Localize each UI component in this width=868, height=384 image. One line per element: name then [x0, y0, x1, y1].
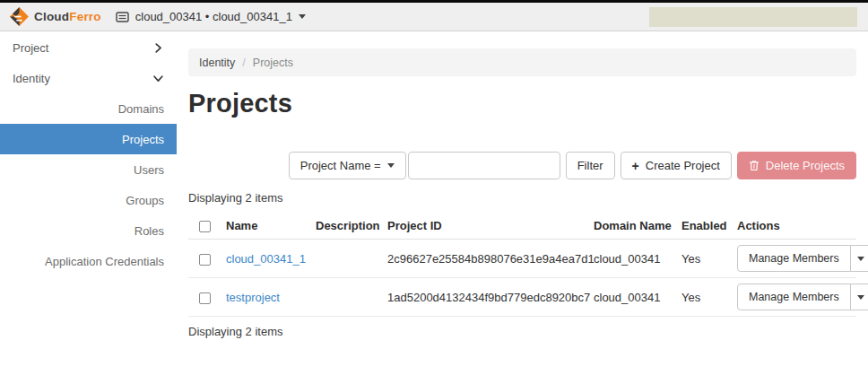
create-project-button[interactable]: + Create Project: [621, 152, 732, 179]
filter-field-label: Project Name =: [300, 159, 381, 172]
trash-icon: [749, 160, 760, 171]
cloudferro-logo-icon: [9, 6, 30, 27]
caret-down-icon: [857, 295, 864, 300]
column-header-project-id: Project ID: [387, 213, 594, 240]
cell-enabled: Yes: [681, 278, 737, 317]
column-header-domain-name: Domain Name: [594, 213, 681, 240]
delete-projects-button[interactable]: Delete Projects: [737, 152, 856, 179]
breadcrumb-item-identity: Identity: [199, 57, 235, 69]
item-count-top: Displaying 2 items: [188, 191, 856, 205]
sidebar-item-domains[interactable]: Domains: [0, 93, 177, 124]
main-content: Identity / Projects Projects Project Nam…: [177, 31, 868, 384]
projects-table: Name Description Project ID Domain Name …: [188, 213, 856, 317]
masked-user-menu-region: [649, 7, 857, 27]
row-checkbox[interactable]: [199, 292, 211, 304]
caret-down-icon: [299, 14, 306, 19]
sidebar-item-label: Domains: [118, 102, 164, 116]
column-header-enabled: Enabled: [681, 213, 737, 240]
sidebar-section-project[interactable]: Project: [0, 32, 177, 63]
filter-input[interactable]: [408, 152, 560, 179]
project-switcher-icon: [116, 12, 129, 22]
sidebar-item-label: Application Credentials: [45, 255, 164, 268]
column-header-actions: Actions: [737, 213, 856, 240]
page-title: Projects: [188, 89, 856, 118]
select-all-checkbox[interactable]: [199, 221, 211, 232]
column-header-name: Name: [226, 213, 316, 240]
sidebar-section-label: Project: [13, 41, 152, 55]
breadcrumb-separator: /: [242, 57, 245, 69]
cloudferro-logo[interactable]: CloudFerro: [9, 6, 101, 27]
caret-down-icon: [387, 163, 395, 168]
cell-domain-name: cloud_00341: [594, 278, 681, 317]
create-project-label: Create Project: [646, 159, 720, 172]
brand-text-ferro: Ferro: [69, 10, 101, 23]
project-link[interactable]: cloud_00341_1: [226, 252, 306, 266]
chevron-right-icon: [152, 41, 164, 54]
sidebar-section-label: Identity: [13, 72, 152, 85]
brand-text-cloud: Cloud: [34, 10, 69, 23]
chevron-down-icon: [152, 72, 164, 84]
project-switcher-label: cloud_00341 • cloud_00341_1: [135, 10, 292, 23]
table-toolbar: Project Name = Filter + Create Project D…: [188, 152, 856, 179]
sidebar-item-projects[interactable]: Projects: [0, 124, 177, 154]
column-header-description: Description: [316, 213, 387, 240]
cell-domain-name: cloud_00341: [594, 240, 681, 278]
sidebar-item-roles[interactable]: Roles: [0, 215, 177, 246]
cell-project-id: 2c96627e25584b898076e31e9a4ea7d1: [387, 240, 594, 278]
cell-description: [316, 278, 387, 317]
project-switcher[interactable]: cloud_00341 • cloud_00341_1: [116, 10, 306, 23]
row-actions-toggle[interactable]: [850, 245, 868, 272]
sidebar-item-label: Users: [134, 163, 164, 177]
sidebar-item-application-credentials[interactable]: Application Credentials: [0, 246, 177, 276]
cell-description: [316, 240, 387, 278]
breadcrumb-item-projects: Projects: [253, 57, 293, 69]
caret-down-icon: [857, 257, 864, 261]
table-row: testproject 1ad5200d4132434f9bd779edc892…: [188, 278, 856, 317]
project-link[interactable]: testproject: [226, 291, 280, 304]
sidebar-item-users[interactable]: Users: [0, 154, 177, 185]
sidebar-section-identity[interactable]: Identity: [0, 63, 177, 93]
item-count-bottom: Displaying 2 items: [188, 325, 856, 338]
table-header-row: Name Description Project ID Domain Name …: [188, 213, 856, 240]
cell-project-id: 1ad5200d4132434f9bd779edc8920bc7: [387, 278, 594, 317]
sidebar-item-label: Projects: [122, 133, 164, 146]
table-row: cloud_00341_1 2c96627e25584b898076e31e9a…: [188, 240, 856, 278]
top-navbar: CloudFerro cloud_00341 • cloud_00341_1: [0, 0, 868, 31]
filter-field-dropdown[interactable]: Project Name =: [289, 152, 406, 179]
filter-button[interactable]: Filter: [566, 152, 615, 179]
manage-members-button[interactable]: Manage Members: [737, 284, 851, 310]
delete-projects-label: Delete Projects: [766, 159, 845, 172]
sidebar: Project Identity Domains Projects Users …: [0, 31, 177, 384]
sidebar-item-label: Groups: [126, 194, 164, 207]
sidebar-item-label: Roles: [135, 224, 164, 238]
plus-icon: +: [632, 160, 639, 172]
row-checkbox[interactable]: [199, 254, 211, 266]
sidebar-item-groups[interactable]: Groups: [0, 185, 177, 215]
breadcrumb: Identity / Projects: [188, 48, 856, 76]
manage-members-button[interactable]: Manage Members: [737, 245, 851, 272]
row-actions-toggle[interactable]: [850, 284, 868, 310]
cell-enabled: Yes: [681, 240, 737, 278]
